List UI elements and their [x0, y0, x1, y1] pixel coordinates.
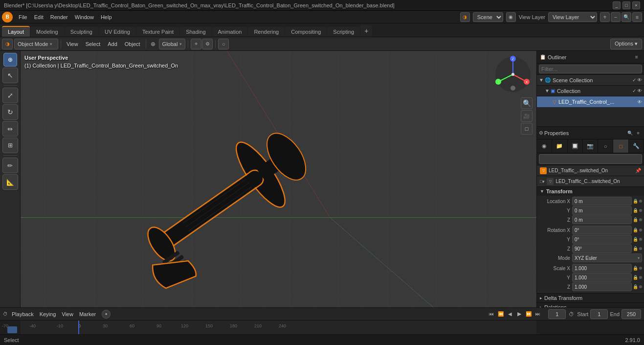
start-frame-field[interactable]: 1: [590, 309, 608, 319]
scale-x-lock-icon[interactable]: 🔒: [633, 266, 638, 271]
rotation-x-field[interactable]: 0°: [572, 226, 632, 234]
rotation-y-lock-icon[interactable]: 🔒: [633, 237, 638, 242]
tab-compositing[interactable]: Compositing: [285, 27, 327, 37]
lt-transform-btn[interactable]: ⊞: [2, 138, 18, 153]
zoom-out-btn[interactable]: 🎥: [521, 110, 533, 122]
current-frame-field[interactable]: 1: [548, 309, 566, 319]
tab-texture-paint[interactable]: Texture Paint: [136, 27, 179, 37]
collection-row[interactable]: ▼ ▣ Collection ✓ 👁: [537, 86, 644, 96]
object-eye-icon[interactable]: 👁: [637, 99, 642, 105]
scale-z-lock-icon[interactable]: 🔒: [633, 284, 638, 289]
location-y-lock-icon[interactable]: 🔒: [633, 208, 638, 213]
lt-rotate-btn[interactable]: ↻: [2, 104, 18, 120]
location-z-lock-icon[interactable]: 🔒: [633, 217, 638, 222]
timeline-playback-menu[interactable]: Playback: [10, 311, 36, 318]
props-tab-world[interactable]: ○: [598, 139, 613, 153]
props-tab-render[interactable]: ◉: [537, 139, 552, 153]
minimize-button[interactable]: _: [613, 1, 621, 9]
outliner-search-input[interactable]: [539, 65, 642, 73]
scene-collection-eye-icon[interactable]: 👁: [637, 77, 642, 83]
lt-cursor-btn[interactable]: ↖: [2, 68, 18, 83]
tab-layout[interactable]: Layout: [2, 26, 30, 37]
rotation-z-field[interactable]: 90°: [572, 244, 632, 253]
menu-help[interactable]: Help: [98, 13, 115, 21]
add-workspace-button[interactable]: +: [360, 25, 372, 37]
lt-annotate-btn[interactable]: ✏: [2, 158, 18, 173]
menu-select[interactable]: Select: [83, 40, 104, 48]
add-view-layer-icon[interactable]: +: [600, 12, 610, 22]
snap-settings-icon[interactable]: ⚙: [202, 39, 213, 49]
menu-edit[interactable]: Edit: [31, 13, 46, 21]
timeline-track[interactable]: -70 -40 -10 0 30 60 90 120 150 180 210 2…: [0, 321, 644, 334]
play-reverse-btn[interactable]: ◀: [506, 310, 514, 319]
view-layer-search-icon[interactable]: 🔍: [622, 12, 631, 22]
tab-modeling[interactable]: Modeling: [30, 27, 64, 37]
tab-shading[interactable]: Shading: [180, 27, 211, 37]
outliner-filter-icon[interactable]: ≡: [632, 53, 641, 62]
scene-collection-row[interactable]: ▼ 🌐 Scene Collection ✓ 👁: [537, 75, 644, 86]
close-button[interactable]: ×: [632, 1, 640, 9]
lt-measure-btn[interactable]: 📐: [2, 174, 18, 190]
scale-z-field[interactable]: 1.000: [572, 282, 632, 291]
camera-view-btn[interactable]: □: [521, 123, 533, 135]
options-button[interactable]: Options ▾: [610, 39, 642, 49]
tab-uv-editing[interactable]: UV Editing: [99, 27, 136, 37]
zoom-in-btn[interactable]: 🔍: [521, 97, 533, 109]
tab-rendering[interactable]: Rendering: [248, 27, 285, 37]
location-y-field[interactable]: 0 m: [572, 206, 632, 215]
end-frame-field[interactable]: 250: [622, 309, 641, 319]
keyframe-record-btn[interactable]: ●: [102, 310, 111, 319]
menu-file[interactable]: File: [16, 13, 30, 21]
relations-header[interactable]: ▸ Relations: [537, 303, 644, 307]
global-selector[interactable]: Global ▾: [159, 39, 186, 49]
timeline-view-menu[interactable]: View: [60, 311, 75, 318]
collection-check-icon[interactable]: ✓: [632, 88, 636, 93]
scene-collection-check-icon[interactable]: ✓: [632, 77, 636, 83]
timeline-marker-menu[interactable]: Marker: [77, 311, 98, 318]
props-tab-view-layer[interactable]: 🔲: [568, 139, 583, 153]
mode-selector[interactable]: Object Mode ▾: [14, 39, 58, 49]
lt-scale-btn[interactable]: ⇔: [2, 121, 18, 137]
location-x-field[interactable]: 0 m: [572, 197, 632, 206]
rotation-y-field[interactable]: 0°: [572, 235, 632, 244]
props-search-icon[interactable]: 🔍: [626, 129, 634, 137]
delta-transform-header[interactable]: ▸ Delta Transform: [537, 294, 644, 302]
step-forward-btn[interactable]: ⏩: [524, 310, 533, 319]
mode-field[interactable]: XYZ Euler ▾: [572, 253, 642, 262]
obj-data-selector[interactable]: □▾: [540, 179, 545, 184]
props-tab-object[interactable]: □: [613, 139, 628, 153]
object-row[interactable]: ▽ LED_Traffic_Control_... 👁: [537, 96, 644, 107]
remove-view-layer-icon[interactable]: −: [611, 12, 621, 22]
tab-animation[interactable]: Animation: [212, 27, 248, 37]
scale-y-lock-icon[interactable]: 🔒: [633, 275, 638, 280]
props-search-input[interactable]: [539, 154, 642, 164]
location-z-field[interactable]: 0 m: [572, 215, 632, 224]
collection-eye-icon[interactable]: 👁: [637, 88, 642, 93]
maximize-button[interactable]: □: [622, 1, 630, 9]
timeline-keying-menu[interactable]: Keying: [38, 311, 58, 318]
rotation-z-lock-icon[interactable]: 🔒: [633, 246, 638, 251]
props-tab-modifiers[interactable]: 🔧: [629, 139, 644, 153]
props-tab-scene[interactable]: 📷: [583, 139, 598, 153]
blender-logo[interactable]: B: [2, 12, 13, 23]
menu-view[interactable]: View: [64, 40, 81, 48]
transform-header[interactable]: ▼ Transform: [537, 187, 644, 196]
location-x-lock-icon[interactable]: 🔒: [633, 199, 638, 204]
props-tab-output[interactable]: 📁: [552, 139, 567, 153]
menu-object[interactable]: Object: [122, 40, 143, 48]
scene-dropdown[interactable]: Scene: [473, 12, 503, 22]
snap-toggle-icon[interactable]: ⌖: [191, 39, 201, 49]
jump-end-btn[interactable]: ⏭: [533, 310, 542, 319]
viewport[interactable]: User Perspective (1) Collection | LED_Tr…: [21, 51, 536, 307]
menu-add[interactable]: Add: [105, 40, 120, 48]
tab-sculpting[interactable]: Sculpting: [65, 27, 98, 37]
play-btn[interactable]: ▶: [515, 310, 524, 319]
props-filter-icon[interactable]: ≡: [634, 129, 642, 137]
tab-scripting[interactable]: Scripting: [327, 27, 360, 37]
step-back-btn[interactable]: ⏪: [496, 310, 505, 319]
view-layer-filter-icon[interactable]: ≡: [632, 12, 642, 22]
view-layer-dropdown[interactable]: View Layer: [548, 12, 597, 22]
proportional-icon[interactable]: ○: [218, 39, 229, 49]
menu-render[interactable]: Render: [47, 13, 71, 21]
rotation-x-lock-icon[interactable]: 🔒: [633, 228, 638, 232]
